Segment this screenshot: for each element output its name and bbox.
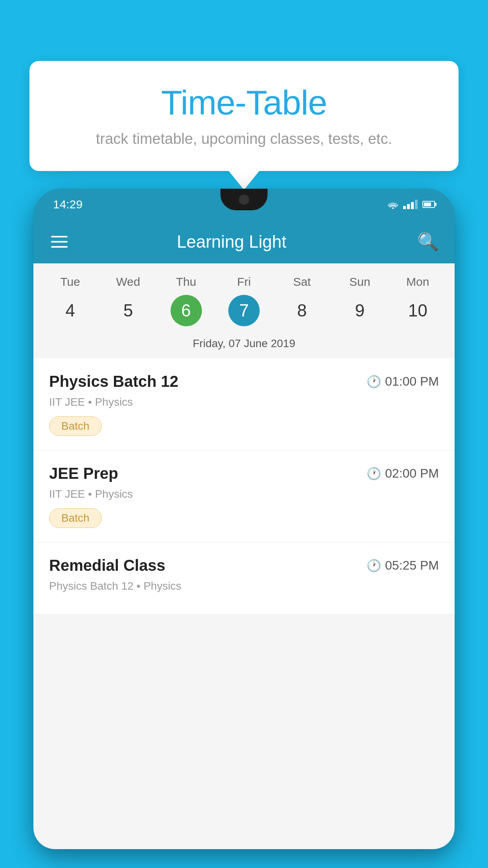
day-number: 9 <box>344 295 376 326</box>
status-icons <box>387 200 435 209</box>
event-time-value: 05:25 PM <box>385 558 439 573</box>
event-card[interactable]: Remedial Class🕐05:25 PMPhysics Batch 12 … <box>33 542 455 615</box>
clock-icon: 🕐 <box>367 375 381 388</box>
batch-badge: Batch <box>49 508 102 528</box>
status-bar: 14:29 <box>33 189 455 220</box>
day-name: Fri <box>237 275 251 289</box>
phone-screen: Tue4Wed5Thu6Fri7Sat8Sun9Mon10 Friday, 07… <box>33 263 455 849</box>
day-name: Sat <box>293 275 311 289</box>
day-col[interactable]: Tue4 <box>45 275 96 326</box>
menu-line <box>51 236 68 237</box>
day-number: 5 <box>112 295 144 326</box>
camera <box>239 195 249 205</box>
day-name: Tue <box>60 275 80 289</box>
menu-button[interactable] <box>49 234 70 250</box>
svg-point-0 <box>392 208 394 209</box>
day-number: 7 <box>228 295 260 326</box>
event-card[interactable]: JEE Prep🕐02:00 PMIIT JEE • PhysicsBatch <box>33 451 455 542</box>
day-name: Wed <box>116 275 140 289</box>
day-name: Thu <box>176 275 196 289</box>
day-number: 8 <box>286 295 317 326</box>
app-title: Learning Light <box>81 232 405 252</box>
signal-icon <box>403 200 418 209</box>
battery-icon <box>422 201 435 208</box>
event-title: Remedial Class <box>49 557 165 574</box>
day-col[interactable]: Sun9 <box>334 275 385 326</box>
event-list: Physics Batch 12🕐01:00 PMIIT JEE • Physi… <box>33 359 455 615</box>
day-col[interactable]: Sat8 <box>276 275 327 326</box>
menu-line <box>51 246 68 248</box>
day-col[interactable]: Wed5 <box>103 275 154 326</box>
wifi-icon <box>387 200 398 209</box>
phone-frame: 14:29 <box>33 189 455 849</box>
day-col[interactable]: Thu6 <box>161 275 212 326</box>
day-name: Mon <box>406 275 429 289</box>
days-row: Tue4Wed5Thu6Fri7Sat8Sun9Mon10 <box>33 271 455 330</box>
clock-icon: 🕐 <box>367 467 381 480</box>
day-number: 6 <box>171 295 202 326</box>
app-toolbar: Learning Light 🔍 <box>33 220 455 263</box>
search-icon[interactable]: 🔍 <box>417 232 439 252</box>
event-title: JEE Prep <box>49 465 118 482</box>
calendar-strip: Tue4Wed5Thu6Fri7Sat8Sun9Mon10 Friday, 07… <box>33 263 455 359</box>
event-time-value: 01:00 PM <box>385 374 439 389</box>
event-subtitle: IIT JEE • Physics <box>49 488 439 500</box>
day-col[interactable]: Mon10 <box>392 275 443 326</box>
event-subtitle: Physics Batch 12 • Physics <box>49 580 439 592</box>
batch-badge: Batch <box>49 416 102 436</box>
phone-notch <box>220 189 268 210</box>
day-col[interactable]: Fri7 <box>218 275 270 326</box>
day-number: 10 <box>402 295 433 326</box>
event-title: Physics Batch 12 <box>49 373 178 390</box>
bubble-subtitle: track timetable, upcoming classes, tests… <box>53 131 435 147</box>
event-subtitle: IIT JEE • Physics <box>49 396 439 408</box>
event-time-value: 02:00 PM <box>385 466 439 481</box>
phone-container: 14:29 <box>33 189 455 868</box>
bubble-title: Time-Table <box>53 83 435 123</box>
menu-line <box>51 241 68 243</box>
clock-icon: 🕐 <box>367 559 381 572</box>
status-time: 14:29 <box>53 198 83 211</box>
event-card[interactable]: Physics Batch 12🕐01:00 PMIIT JEE • Physi… <box>33 359 455 451</box>
day-name: Sun <box>349 275 370 289</box>
selected-date: Friday, 07 June 2019 <box>33 330 455 359</box>
speech-bubble: Time-Table track timetable, upcoming cla… <box>29 61 459 171</box>
day-number: 4 <box>55 295 86 326</box>
